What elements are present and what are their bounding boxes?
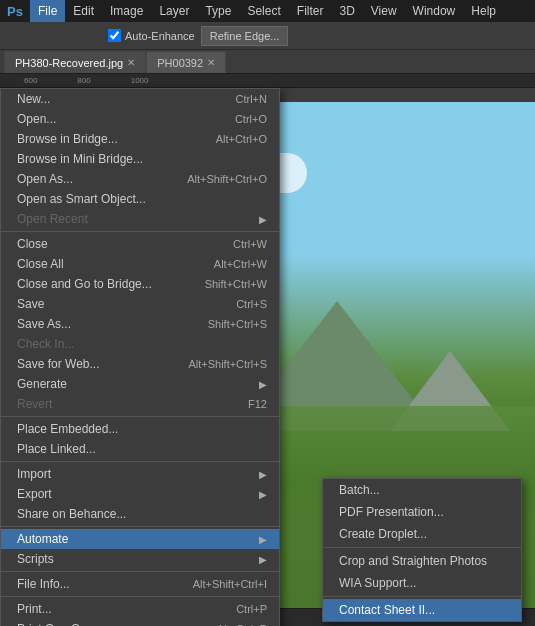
- refine-edge-button[interactable]: Refine Edge...: [201, 26, 289, 46]
- automate-crop-straighten[interactable]: Crop and Straighten Photos: [323, 550, 521, 572]
- separator: [1, 416, 279, 417]
- menu-check-in[interactable]: Check In...: [1, 334, 279, 354]
- menu-save[interactable]: Save Ctrl+S: [1, 294, 279, 314]
- menu-save-as[interactable]: Save As... Shift+Ctrl+S: [1, 314, 279, 334]
- file-menu-dropdown: New... Ctrl+N Open... Ctrl+O Browse in B…: [0, 88, 280, 626]
- menu-import[interactable]: Import ▶: [1, 464, 279, 484]
- menu-open-recent[interactable]: Open Recent ▶: [1, 209, 279, 229]
- menu-place-linked[interactable]: Place Linked...: [1, 439, 279, 459]
- menu-type[interactable]: Type: [197, 0, 239, 22]
- menu-new[interactable]: New... Ctrl+N: [1, 89, 279, 109]
- app-logo: Ps: [4, 0, 26, 22]
- tab-label: PH380-Recovered.jpg: [15, 57, 123, 69]
- menu-3d[interactable]: 3D: [331, 0, 362, 22]
- menu-file[interactable]: File: [30, 0, 65, 22]
- menu-share-behance[interactable]: Share on Behance...: [1, 504, 279, 524]
- menu-open-smart-object[interactable]: Open as Smart Object...: [1, 189, 279, 209]
- menu-automate[interactable]: Automate ▶: [1, 529, 279, 549]
- arrow-icon: ▶: [259, 214, 267, 225]
- menu-filter[interactable]: Filter: [289, 0, 332, 22]
- menu-browse-bridge[interactable]: Browse in Bridge... Alt+Ctrl+O: [1, 129, 279, 149]
- auto-enhance-checkbox[interactable]: Auto-Enhance: [108, 29, 195, 42]
- menu-select[interactable]: Select: [239, 0, 288, 22]
- automate-submenu: Batch... PDF Presentation... Create Drop…: [322, 478, 522, 622]
- menu-scripts[interactable]: Scripts ▶: [1, 549, 279, 569]
- menu-open[interactable]: Open... Ctrl+O: [1, 109, 279, 129]
- automate-pdf-presentation[interactable]: PDF Presentation...: [323, 501, 521, 523]
- options-bar: Auto-Enhance Refine Edge...: [0, 22, 535, 50]
- tab-label: PH00392: [157, 57, 203, 69]
- tabs-bar: PH380-Recovered.jpg ✕ PH00392 ✕: [0, 50, 535, 74]
- menu-edit[interactable]: Edit: [65, 0, 102, 22]
- menu-close-all[interactable]: Close All Alt+Ctrl+W: [1, 254, 279, 274]
- menu-close-go-bridge[interactable]: Close and Go to Bridge... Shift+Ctrl+W: [1, 274, 279, 294]
- menu-image[interactable]: Image: [102, 0, 151, 22]
- menu-view[interactable]: View: [363, 0, 405, 22]
- menu-print-one-copy[interactable]: Print One Copy Alt+Ctrl+P: [1, 619, 279, 626]
- automate-contact-sheet[interactable]: Contact Sheet II...: [323, 599, 521, 621]
- tab-ph00392[interactable]: PH00392 ✕: [146, 51, 226, 73]
- menu-file-info[interactable]: File Info... Alt+Shift+Ctrl+I: [1, 574, 279, 594]
- automate-create-droplet[interactable]: Create Droplet...: [323, 523, 521, 545]
- separator: [1, 526, 279, 527]
- separator: [323, 596, 521, 597]
- menu-bar: Ps File Edit Image Layer Type Select Fil…: [0, 0, 535, 22]
- tab-close-icon[interactable]: ✕: [207, 57, 215, 68]
- arrow-icon: ▶: [259, 534, 267, 545]
- separator: [1, 461, 279, 462]
- menu-open-as[interactable]: Open As... Alt+Shift+Ctrl+O: [1, 169, 279, 189]
- tab-ph380[interactable]: PH380-Recovered.jpg ✕: [4, 51, 146, 73]
- menu-export[interactable]: Export ▶: [1, 484, 279, 504]
- automate-batch[interactable]: Batch...: [323, 479, 521, 501]
- automate-wia-support[interactable]: WIA Support...: [323, 572, 521, 594]
- menu-revert[interactable]: Revert F12: [1, 394, 279, 414]
- menu-layer[interactable]: Layer: [151, 0, 197, 22]
- menu-window[interactable]: Window: [405, 0, 464, 22]
- arrow-icon: ▶: [259, 554, 267, 565]
- menu-browse-mini-bridge[interactable]: Browse in Mini Bridge...: [1, 149, 279, 169]
- separator: [1, 571, 279, 572]
- separator: [1, 596, 279, 597]
- menu-save-web[interactable]: Save for Web... Alt+Shift+Ctrl+S: [1, 354, 279, 374]
- arrow-icon: ▶: [259, 489, 267, 500]
- menu-help[interactable]: Help: [463, 0, 504, 22]
- horizontal-ruler: 600 800 1000: [0, 74, 535, 88]
- menu-generate[interactable]: Generate ▶: [1, 374, 279, 394]
- separator: [323, 547, 521, 548]
- arrow-icon: ▶: [259, 469, 267, 480]
- menu-print[interactable]: Print... Ctrl+P: [1, 599, 279, 619]
- arrow-icon: ▶: [259, 379, 267, 390]
- menu-close[interactable]: Close Ctrl+W: [1, 234, 279, 254]
- menu-place-embedded[interactable]: Place Embedded...: [1, 419, 279, 439]
- auto-enhance-label: Auto-Enhance: [125, 30, 195, 42]
- tab-close-icon[interactable]: ✕: [127, 57, 135, 68]
- separator: [1, 231, 279, 232]
